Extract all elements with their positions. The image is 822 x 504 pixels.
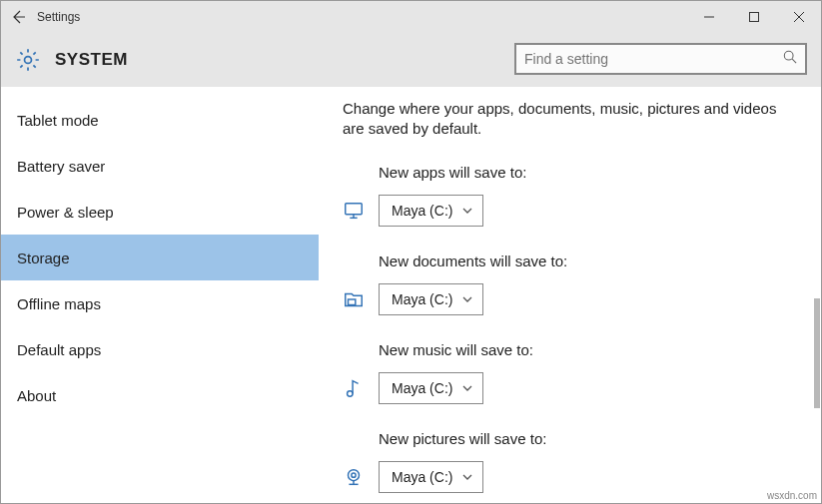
sidebar-item-tablet-mode[interactable]: Tablet mode <box>1 97 319 143</box>
svg-point-2 <box>25 57 32 64</box>
sidebar-item-default-apps[interactable]: Default apps <box>1 326 319 372</box>
sidebar-item-label: Battery saver <box>17 158 105 175</box>
sidebar: Tablet mode Battery saver Power & sleep … <box>1 87 319 504</box>
setting-label: New apps will save to: <box>343 164 793 181</box>
search-box[interactable] <box>514 43 807 75</box>
sidebar-item-about[interactable]: About <box>1 372 319 418</box>
svg-point-3 <box>784 51 793 60</box>
scrollbar-thumb[interactable] <box>814 298 820 408</box>
dropdown-value: Maya (C:) <box>392 469 452 485</box>
sidebar-item-battery-saver[interactable]: Battery saver <box>1 143 319 189</box>
content-pane: Change where your apps, documents, music… <box>319 87 821 504</box>
setting-label: New music will save to: <box>343 341 793 358</box>
svg-rect-5 <box>346 203 363 214</box>
documents-save-dropdown[interactable]: Maya (C:) <box>379 283 483 315</box>
page-title: SYSTEM <box>55 50 128 70</box>
dropdown-value: Maya (C:) <box>392 380 452 396</box>
sidebar-item-label: Offline maps <box>17 295 101 312</box>
svg-point-11 <box>352 473 356 477</box>
minimize-button[interactable] <box>686 1 731 33</box>
chevron-down-icon <box>462 469 472 485</box>
chevron-down-icon <box>462 203 472 219</box>
close-button[interactable] <box>776 1 821 33</box>
sidebar-item-label: About <box>17 387 56 404</box>
pictures-icon <box>343 466 379 488</box>
svg-line-4 <box>792 59 796 63</box>
window-controls <box>686 1 821 33</box>
search-icon <box>783 50 797 68</box>
chevron-down-icon <box>462 291 472 307</box>
sidebar-item-label: Default apps <box>17 341 101 358</box>
main-area: Tablet mode Battery saver Power & sleep … <box>1 87 821 504</box>
setting-label: New documents will save to: <box>343 252 793 269</box>
setting-apps: New apps will save to: Maya (C:) <box>343 164 793 227</box>
header: SYSTEM <box>1 33 821 87</box>
music-save-dropdown[interactable]: Maya (C:) <box>379 372 483 404</box>
setting-pictures: New pictures will save to: Maya (C:) <box>343 430 793 493</box>
description-text: Change where your apps, documents, music… <box>343 99 793 140</box>
sidebar-item-storage[interactable]: Storage <box>1 235 319 280</box>
maximize-button[interactable] <box>731 1 776 33</box>
back-button[interactable] <box>1 1 37 33</box>
sidebar-item-label: Tablet mode <box>17 112 99 129</box>
apps-save-dropdown[interactable]: Maya (C:) <box>379 195 483 227</box>
gear-icon <box>15 47 41 73</box>
svg-point-9 <box>348 390 354 396</box>
setting-label: New pictures will save to: <box>343 430 793 447</box>
window-title: Settings <box>37 10 80 24</box>
setting-music: New music will save to: Maya (C:) <box>343 341 793 404</box>
sidebar-item-power-sleep[interactable]: Power & sleep <box>1 189 319 235</box>
dropdown-value: Maya (C:) <box>392 291 452 307</box>
svg-rect-8 <box>349 299 356 305</box>
svg-rect-1 <box>749 13 758 22</box>
documents-icon <box>343 288 379 310</box>
apps-icon <box>343 200 379 222</box>
sidebar-item-offline-maps[interactable]: Offline maps <box>1 280 319 326</box>
pictures-save-dropdown[interactable]: Maya (C:) <box>379 461 483 493</box>
setting-documents: New documents will save to: Maya (C:) <box>343 252 793 315</box>
music-icon <box>343 377 379 399</box>
chevron-down-icon <box>462 380 472 396</box>
titlebar: Settings <box>1 1 821 33</box>
watermark: wsxdn.com <box>767 490 817 501</box>
dropdown-value: Maya (C:) <box>392 203 452 219</box>
svg-point-10 <box>349 469 360 480</box>
sidebar-item-label: Storage <box>17 250 70 266</box>
search-input[interactable] <box>524 51 783 67</box>
sidebar-item-label: Power & sleep <box>17 204 114 221</box>
